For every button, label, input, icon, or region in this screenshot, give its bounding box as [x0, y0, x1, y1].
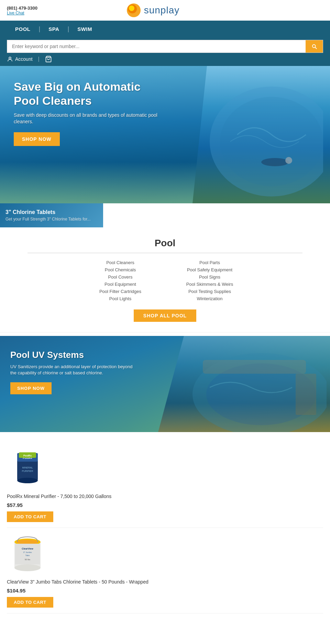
product-card-clearview: ClearView 3" Jumbo Tabs 50 lbs ClearView…: [7, 528, 323, 613]
uv-title: Pool UV Systems: [10, 350, 134, 360]
pool-link-equipment[interactable]: Pool Equipment: [79, 282, 162, 287]
pool-link-lights[interactable]: Pool Lights: [79, 296, 162, 301]
pool-link-winterization[interactable]: Winterization: [168, 296, 251, 301]
svg-point-24: [14, 564, 41, 571]
uv-subtitle: UV Sanitizers provide an additional laye…: [10, 364, 134, 376]
pool-link-skimmers[interactable]: Pool Skimmers & Weirs: [168, 282, 251, 287]
pool-link-parts[interactable]: Pool Parts: [168, 260, 251, 265]
clearview-name: ClearView 3" Jumbo Tabs Chlorine Tablets…: [7, 579, 148, 585]
pool-link-testing[interactable]: Pool Testing Supplies: [168, 289, 251, 294]
pool-section-divider: [28, 253, 302, 253]
pool-link-filter[interactable]: Pool Filter Cartridges: [79, 289, 162, 294]
logo-icon: [126, 3, 141, 18]
cart-icon: [45, 56, 52, 63]
account-link[interactable]: Account: [7, 56, 33, 62]
svg-text:50 lbs: 50 lbs: [25, 558, 30, 561]
pool-link-safety[interactable]: Pool Safety Equipment: [168, 267, 251, 272]
cart-link[interactable]: [45, 56, 52, 63]
svg-point-7: [261, 158, 289, 166]
hero-cta-button[interactable]: SHOP NOW: [14, 132, 60, 146]
pool-section-title: Pool: [7, 238, 323, 249]
account-cart-divider: |: [38, 56, 40, 62]
svg-point-26: [16, 540, 38, 544]
hero-content: Save Big on Automatic Pool Cleaners Save…: [14, 80, 158, 146]
poolrx-price: $57.95: [7, 502, 23, 508]
clearview-add-to-cart[interactable]: ADD TO CART: [7, 597, 53, 608]
products-section: PoolRx MINERAL PURIFIER PoolRx PoolRx Mi…: [0, 432, 330, 624]
uv-content: Pool UV Systems UV Sanitizers provide an…: [10, 350, 134, 394]
pool-link-covers[interactable]: Pool Covers: [79, 274, 162, 280]
clearview-price: $104.95: [7, 588, 25, 594]
pool-section: Pool Pool Cleaners Pool Parts Pool Chemi…: [0, 227, 330, 332]
hero-banner: Save Big on Automatic Pool Cleaners Save…: [0, 66, 330, 203]
nav-spa[interactable]: SPA: [40, 26, 67, 32]
top-bar: (801) 479-3300 Live Chat sunplay: [0, 0, 330, 21]
chlorine-strip-content: 3" Chlorine Tablets Get your Full Streng…: [6, 209, 91, 222]
search-section: [0, 37, 330, 53]
svg-point-3: [9, 57, 11, 59]
account-icon: [7, 56, 13, 62]
clearview-product-image: ClearView 3" Jumbo Tabs 50 lbs: [10, 535, 45, 573]
hero-pool-decoration: [203, 73, 323, 203]
svg-point-6: [220, 97, 323, 186]
live-chat-link[interactable]: Live Chat: [7, 11, 37, 15]
chlorine-strip-subtitle: Get your Full Strength 3" Chlorine Table…: [6, 217, 91, 222]
nav-pool[interactable]: POOL: [7, 26, 39, 32]
search-button[interactable]: [306, 40, 323, 53]
svg-text:PoolRx: PoolRx: [23, 454, 32, 457]
search-container: [7, 40, 323, 53]
phone-number[interactable]: (801) 479-3300: [7, 5, 37, 11]
svg-text:MINERAL: MINERAL: [22, 466, 33, 469]
svg-rect-12: [296, 374, 316, 415]
svg-text:3" Jumbo: 3" Jumbo: [23, 551, 32, 553]
pool-link-signs[interactable]: Pool Signs: [168, 274, 251, 280]
svg-rect-11: [203, 360, 306, 374]
shop-all-pool-button[interactable]: SHOP ALL POOL: [134, 309, 196, 322]
poolrx-add-to-cart[interactable]: ADD TO CART: [7, 511, 53, 522]
poolrx-product-image: PoolRx MINERAL PURIFIER PoolRx: [10, 450, 45, 487]
pool-link-cleaners[interactable]: Pool Cleaners: [79, 260, 162, 265]
nav-swim[interactable]: SWIM: [69, 26, 100, 32]
hero-subtitle: Save with deep discounts on all brands a…: [14, 112, 158, 125]
svg-text:PURIFIER: PURIFIER: [22, 470, 33, 472]
hero-title: Save Big on Automatic Pool Cleaners: [14, 80, 158, 108]
chlorine-strip[interactable]: 3" Chlorine Tablets Get your Full Streng…: [0, 203, 103, 227]
svg-point-8: [285, 157, 292, 164]
pool-links-grid: Pool Cleaners Pool Parts Pool Chemicals …: [79, 260, 251, 301]
svg-text:Tabs: Tabs: [25, 554, 30, 556]
contact-info: (801) 479-3300 Live Chat: [7, 5, 37, 15]
svg-rect-27: [15, 544, 40, 564]
svg-text:ClearView: ClearView: [22, 547, 33, 550]
svg-point-19: [17, 478, 38, 483]
clearview-image-container: ClearView 3" Jumbo Tabs 50 lbs: [7, 533, 48, 575]
uv-pool-decoration: [182, 339, 327, 432]
poolrx-image-container: PoolRx MINERAL PURIFIER PoolRx: [7, 448, 48, 489]
account-bar: Account |: [0, 53, 330, 66]
account-label: Account: [15, 56, 33, 62]
chlorine-strip-title: 3" Chlorine Tablets: [6, 209, 91, 215]
search-input[interactable]: [7, 40, 306, 53]
logo[interactable]: sunplay: [126, 3, 180, 18]
search-icon: [311, 43, 317, 49]
product-card-poolrx: PoolRx MINERAL PURIFIER PoolRx PoolRx Mi…: [7, 442, 323, 528]
uv-cta-button[interactable]: SHOP NOW: [10, 382, 52, 394]
logo-text: sunplay: [144, 5, 180, 16]
main-nav: POOL | SPA | SWIM: [0, 21, 330, 37]
uv-banner: Pool UV Systems UV Sanitizers provide an…: [0, 336, 330, 432]
svg-rect-16: [18, 463, 37, 476]
svg-point-2: [129, 5, 134, 11]
pool-link-chemicals[interactable]: Pool Chemicals: [79, 267, 162, 272]
poolrx-name: PoolRx Mineral Purifier - 7,500 to 20,00…: [7, 493, 111, 499]
